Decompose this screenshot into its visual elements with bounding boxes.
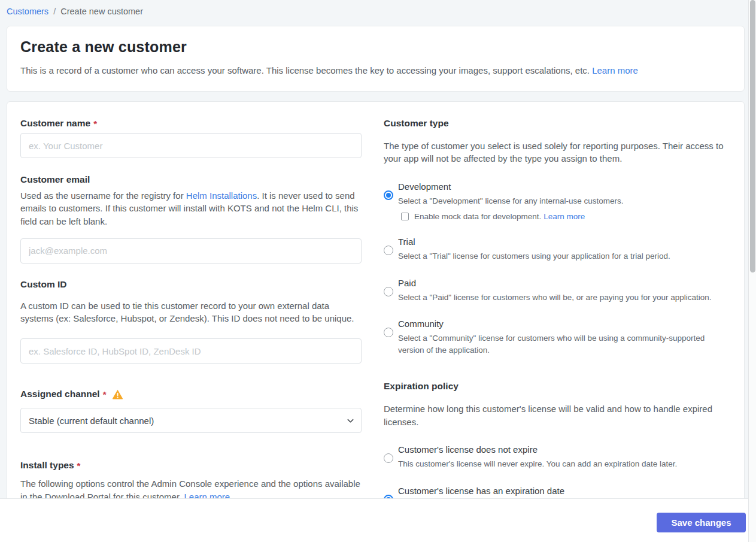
customer-type-option-development: Development Select a "Development" licen… <box>384 181 731 222</box>
required-asterisk: * <box>93 119 97 129</box>
save-changes-button[interactable]: Save changes <box>657 513 746 532</box>
customer-email-label: Customer email <box>20 174 362 185</box>
option-title: Trial <box>398 237 731 247</box>
warning-icon <box>112 389 123 399</box>
radio-license-does-not-expire[interactable] <box>384 453 393 463</box>
required-asterisk: * <box>103 389 107 399</box>
customer-email-input[interactable] <box>20 238 362 264</box>
radio-development[interactable] <box>384 190 393 200</box>
page-scrollbar-thumb[interactable] <box>750 0 755 272</box>
option-description: Select a "Paid" license for customers wh… <box>398 292 731 304</box>
option-description: Select a "Development" license for any i… <box>398 195 731 207</box>
customer-name-input[interactable] <box>20 133 362 158</box>
option-title: Customer's license has an expiration dat… <box>398 486 731 496</box>
breadcrumb: Customers / Create new customer <box>0 0 756 16</box>
header-learn-more-link[interactable]: Learn more <box>592 65 638 75</box>
option-description: Select a "Community" license for custome… <box>398 332 731 356</box>
breadcrumb-current: Create new customer <box>60 7 143 16</box>
page-description: This is a record of a customer who can a… <box>20 65 590 75</box>
customer-email-description: Used as the username for the registry fo… <box>20 189 362 228</box>
radio-community[interactable] <box>384 328 393 337</box>
customer-name-label: Customer name * <box>20 118 362 129</box>
create-customer-form-card: Customer name * Customer email Used as t… <box>7 101 745 542</box>
customer-type-option-paid: Paid Select a "Paid" license for custome… <box>384 278 731 304</box>
breadcrumb-customers-link[interactable]: Customers <box>7 7 48 16</box>
custom-id-description: A custom ID can be used to tie this cust… <box>20 299 362 325</box>
expiration-policy-description: Determine how long this customer's licen… <box>384 402 731 428</box>
customer-type-option-community: Community Select a "Community" license f… <box>384 319 731 356</box>
option-description: This customer's license will never expir… <box>398 458 731 470</box>
breadcrumb-separator: / <box>51 7 58 16</box>
form-right-column: Customer type The type of customer you s… <box>384 118 731 511</box>
option-title: Paid <box>398 278 731 288</box>
custom-id-label: Custom ID <box>20 279 362 290</box>
option-description: Select a "Trial" license for customers u… <box>398 250 731 262</box>
expiration-policy-heading: Expiration policy <box>384 381 731 392</box>
footer-bar: Save changes <box>0 498 748 542</box>
required-asterisk: * <box>77 461 81 471</box>
option-title: Customer's license does not expire <box>398 444 731 455</box>
assigned-channel-select[interactable]: Stable (current default channel) <box>20 408 362 433</box>
expiration-option-does-not-expire: Customer's license does not expire This … <box>384 444 731 470</box>
mock-data-learn-more-link[interactable]: Learn more <box>544 212 585 221</box>
assigned-channel-label: Assigned channel * <box>20 389 362 399</box>
custom-id-input[interactable] <box>20 338 362 364</box>
radio-paid[interactable] <box>384 287 393 296</box>
form-left-column: Customer name * Customer email Used as t… <box>20 118 362 511</box>
customer-type-option-trial: Trial Select a "Trial" license for custo… <box>384 237 731 262</box>
mock-data-checkbox[interactable] <box>401 213 409 220</box>
install-types-label: Install types * <box>20 460 362 471</box>
customer-type-heading: Customer type <box>384 118 731 129</box>
page-title: Create a new customer <box>20 38 731 56</box>
customer-type-description: The type of customer you select is used … <box>384 140 731 165</box>
option-title: Development <box>398 181 731 192</box>
mock-data-label: Enable mock data for development. Learn … <box>414 212 585 221</box>
radio-trial[interactable] <box>384 246 393 255</box>
page-header-card: Create a new customer This is a record o… <box>7 26 745 92</box>
helm-installations-link[interactable]: Helm Installations <box>186 190 257 201</box>
option-title: Community <box>398 319 731 329</box>
page-scrollbar-track[interactable] <box>748 0 756 542</box>
mock-data-row: Enable mock data for development. Learn … <box>401 212 731 221</box>
